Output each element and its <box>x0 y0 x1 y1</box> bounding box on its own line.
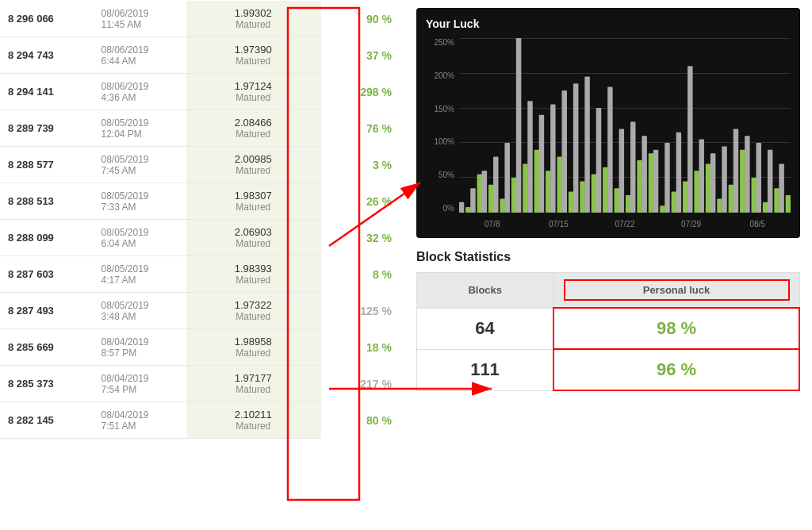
cell-reward: 1.99302 Matured <box>186 1 321 37</box>
svg-rect-15 <box>546 171 551 213</box>
svg-rect-3 <box>477 175 483 213</box>
x-label-5: 08/5 <box>724 220 791 229</box>
svg-rect-38 <box>676 132 682 213</box>
cell-luck: 18 % <box>321 329 404 366</box>
svg-rect-31 <box>637 160 642 213</box>
svg-rect-10 <box>516 38 522 213</box>
luck-chart-container: Your Luck 250% 200% 150% 100% 50% 0% <box>416 8 800 238</box>
svg-rect-25 <box>603 167 608 213</box>
cell-block-id: 8 285 669 <box>0 329 93 366</box>
y-label-50: 50% <box>426 171 458 179</box>
table-row: 8 285 373 08/04/20197:54 PM 1.97177 Matu… <box>0 366 404 402</box>
cell-date: 08/05/20194:17 AM <box>93 256 186 293</box>
svg-rect-27 <box>615 188 620 213</box>
cell-luck: 32 % <box>321 220 404 256</box>
cell-block-id: 8 294 743 <box>0 37 93 74</box>
cell-luck: 26 % <box>321 183 404 220</box>
table-row: 8 288 513 08/05/20197:33 AM 1.98307 Matu… <box>0 183 404 220</box>
svg-rect-28 <box>619 129 625 213</box>
cell-date: 08/05/20197:45 AM <box>93 147 186 183</box>
cell-date: 08/05/20197:33 AM <box>93 183 186 220</box>
cell-date: 08/05/20193:48 AM <box>93 293 186 329</box>
svg-rect-36 <box>665 143 670 213</box>
table-row: 8 287 603 08/05/20194:17 AM 1.98393 Matu… <box>0 256 404 293</box>
svg-rect-46 <box>722 146 727 213</box>
chart-title: Your Luck <box>426 17 791 30</box>
table-row: 8 296 066 08/06/201911:45 AM 1.99302 Mat… <box>0 1 404 37</box>
svg-rect-52 <box>756 143 762 213</box>
table-row: 8 289 739 08/05/201912:04 PM 2.08466 Mat… <box>0 110 404 147</box>
block-stats-title: Block Statistics <box>416 250 800 264</box>
chart-y-axis: 250% 200% 150% 100% 50% 0% <box>426 38 458 213</box>
cell-luck: 217 % <box>321 366 404 402</box>
table-row: 8 288 099 08/05/20196:04 AM 2.06903 Matu… <box>0 220 404 256</box>
svg-rect-33 <box>649 153 654 213</box>
col-header-blocks: Blocks <box>417 273 554 309</box>
block-table-panel: 8 296 066 08/06/201911:45 AM 1.99302 Mat… <box>0 0 404 530</box>
x-label-3: 07/22 <box>592 220 658 229</box>
svg-rect-45 <box>717 198 722 213</box>
x-label-1: 07/8 <box>459 220 526 229</box>
cell-date: 08/06/20194:36 AM <box>93 74 186 110</box>
cell-date: 08/05/20196:04 AM <box>93 220 186 256</box>
svg-rect-54 <box>768 150 773 213</box>
svg-rect-43 <box>706 163 711 213</box>
cell-reward: 1.98307 Matured <box>186 183 321 220</box>
svg-rect-26 <box>607 87 613 213</box>
svg-rect-23 <box>592 175 597 213</box>
cell-block-id: 8 288 099 <box>0 220 93 256</box>
svg-rect-44 <box>710 153 716 213</box>
cell-date: 08/06/20196:44 AM <box>93 37 186 74</box>
svg-rect-41 <box>694 171 699 213</box>
table-row: 8 294 743 08/06/20196:44 AM 1.97390 Matu… <box>0 37 404 74</box>
svg-rect-53 <box>763 202 768 213</box>
svg-rect-39 <box>683 181 688 213</box>
y-label-100: 100% <box>426 137 458 146</box>
y-label-250: 250% <box>426 38 458 47</box>
table-row: 8 285 669 08/04/20198:57 PM 1.98958 Matu… <box>0 329 404 366</box>
svg-rect-34 <box>653 150 659 213</box>
x-label-4: 07/29 <box>658 220 725 229</box>
svg-rect-13 <box>534 150 540 213</box>
cell-reward: 1.98393 Matured <box>186 256 321 293</box>
cell-block-id: 8 289 739 <box>0 110 93 147</box>
svg-rect-12 <box>527 101 533 213</box>
cell-reward: 1.97390 Matured <box>186 37 321 74</box>
cell-date: 08/06/201911:45 AM <box>93 1 186 37</box>
svg-rect-14 <box>539 115 545 213</box>
svg-rect-24 <box>596 108 602 213</box>
cell-luck: 125 % <box>321 293 404 329</box>
cell-block-id: 8 287 493 <box>0 293 93 329</box>
cell-date: 08/05/201912:04 PM <box>93 110 186 147</box>
stats-cell-blocks: 111 <box>417 349 554 390</box>
cell-block-id: 8 287 603 <box>0 256 93 293</box>
right-panel: Your Luck 250% 200% 150% 100% 50% 0% <box>404 0 812 530</box>
cell-reward: 1.98958 Matured <box>186 329 321 366</box>
svg-rect-2 <box>470 188 476 213</box>
svg-rect-16 <box>550 105 556 213</box>
cell-date: 08/04/20198:57 PM <box>93 329 186 366</box>
svg-rect-20 <box>573 83 579 213</box>
svg-rect-49 <box>740 150 745 213</box>
cell-reward: 1.97322 Matured <box>186 293 321 329</box>
svg-rect-9 <box>511 178 517 213</box>
cell-block-id: 8 288 513 <box>0 183 93 220</box>
cell-luck: 3 % <box>321 147 404 183</box>
stats-cell-blocks: 64 <box>417 308 554 349</box>
svg-rect-30 <box>630 122 636 213</box>
svg-rect-22 <box>584 76 590 213</box>
cell-block-id: 8 282 145 <box>0 402 93 439</box>
svg-rect-55 <box>774 188 779 213</box>
svg-rect-0 <box>459 202 464 213</box>
table-row: 8 294 141 08/06/20194:36 AM 1.97124 Matu… <box>0 74 404 110</box>
cell-luck: 90 % <box>321 1 404 37</box>
svg-rect-42 <box>699 140 704 213</box>
cell-luck: 80 % <box>321 402 404 439</box>
svg-rect-17 <box>557 157 562 213</box>
svg-rect-5 <box>488 185 494 213</box>
stats-row: 111 96 % <box>417 349 800 390</box>
cell-block-id: 8 296 066 <box>0 1 93 37</box>
block-statistics-section: Block Statistics Blocks Personal luck <box>416 250 800 391</box>
cell-luck: 298 % <box>321 74 404 110</box>
table-row: 8 287 493 08/05/20193:48 AM 1.97322 Matu… <box>0 293 404 329</box>
